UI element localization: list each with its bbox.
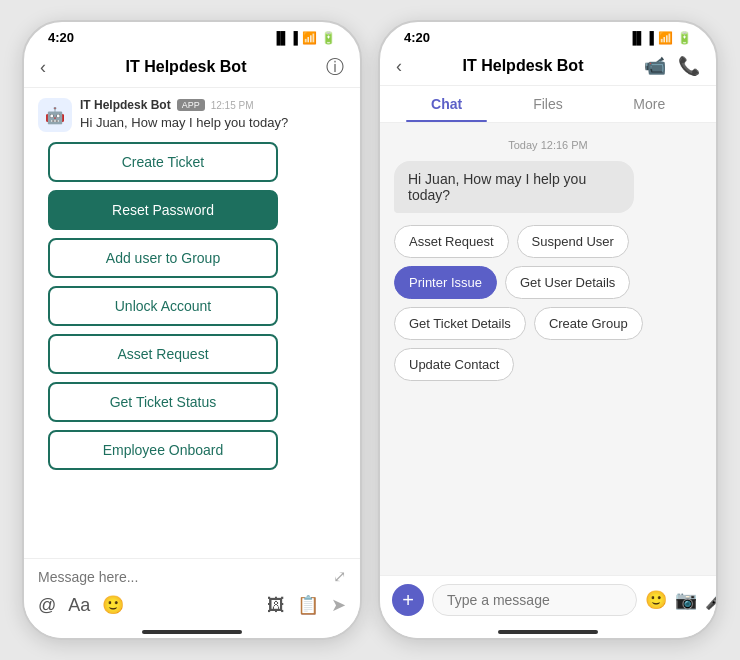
create-group-qr[interactable]: Create Group [534,307,643,340]
right-battery-icon: 🔋 [677,31,692,45]
right-timestamp: Today 12:16 PM [394,139,702,151]
video-call-icon[interactable]: 📹 [644,55,666,77]
asset-request-button[interactable]: Asset Request [48,334,278,374]
clipboard-icon[interactable]: 📋 [297,594,319,616]
right-phone: 4:20 ▐▌▐ 📶 🔋 ‹ IT Helpdesk Bot 📹 📞 Chat … [378,20,718,640]
bot-avatar: 🤖 [38,98,72,132]
right-emoji-icon[interactable]: 🙂 [645,589,667,611]
toolbar-row: @ Aa 🙂 🖼 📋 ➤ [38,594,346,616]
left-message-input[interactable] [38,569,327,585]
suspend-user-qr[interactable]: Suspend User [517,225,629,258]
right-status-icons: ▐▌▐ 📶 🔋 [628,31,692,45]
printer-issue-qr[interactable]: Printer Issue [394,266,497,299]
right-wifi-icon: 📶 [658,31,673,45]
get-ticket-status-button[interactable]: Get Ticket Status [48,382,278,422]
qr-row-2: Printer Issue Get User Details [394,266,702,299]
left-phone: 4:20 ▐▌▐ 📶 🔋 ‹ IT Helpdesk Bot ⓘ 🤖 IT He… [22,20,362,640]
unlock-account-button[interactable]: Unlock Account [48,286,278,326]
right-back-button[interactable]: ‹ [396,56,402,77]
input-field-row: ⤢ [38,567,346,586]
quick-replies-grid: Asset Request Suspend User Printer Issue… [394,225,702,381]
left-input-bar: ⤢ @ Aa 🙂 🖼 📋 ➤ [24,558,360,624]
tab-files[interactable]: Files [497,86,598,122]
tab-chat[interactable]: Chat [396,86,497,122]
right-camera-icon[interactable]: 📷 [675,589,697,611]
signal-icon: ▐▌▐ [272,31,298,45]
update-contact-qr[interactable]: Update Contact [394,348,514,381]
right-time: 4:20 [404,30,430,45]
plus-button[interactable]: + [392,584,424,616]
bot-name: IT Helpdesk Bot [80,98,171,112]
left-home-indicator [24,624,360,638]
left-header-title: IT Helpdesk Bot [126,58,247,76]
qr-row-4: Update Contact [394,348,702,381]
info-icon[interactable]: ⓘ [326,55,344,79]
bot-name-row: IT Helpdesk Bot APP 12:15 PM [80,98,288,112]
qr-row-3: Get Ticket Details Create Group [394,307,702,340]
emoji-icon[interactable]: 🙂 [102,594,124,616]
right-message-input[interactable] [432,584,637,616]
tab-more[interactable]: More [599,86,700,122]
at-icon[interactable]: @ [38,595,56,616]
left-time: 4:20 [48,30,74,45]
action-button-list: Create Ticket Reset Password Add user to… [38,142,346,470]
asset-request-qr[interactable]: Asset Request [394,225,509,258]
create-ticket-button[interactable]: Create Ticket [48,142,278,182]
tabs-bar: Chat Files More [380,86,716,123]
right-signal-icon: ▐▌▐ [628,31,654,45]
header-right-icons: 📹 📞 [644,55,700,77]
left-back-button[interactable]: ‹ [40,57,46,78]
left-chat-area: 🤖 IT Helpdesk Bot APP 12:15 PM Hi Juan, … [24,88,360,558]
right-header-title: IT Helpdesk Bot [463,57,584,75]
bot-greeting: Hi Juan, How may I help you today? [80,115,288,130]
right-header: ‹ IT Helpdesk Bot 📹 📞 [380,49,716,86]
image-icon[interactable]: 🖼 [267,595,285,616]
right-toolbar-icons: 🙂 📷 🎤 [645,589,718,611]
battery-icon: 🔋 [321,31,336,45]
right-home-bar [498,630,598,634]
right-status-bar: 4:20 ▐▌▐ 📶 🔋 [380,22,716,49]
add-user-to-group-button[interactable]: Add user to Group [48,238,278,278]
phone-call-icon[interactable]: 📞 [678,55,700,77]
toolbar-icons-right: 🖼 📋 ➤ [267,594,346,616]
right-input-bar: + 🙂 📷 🎤 [380,575,716,624]
employee-onboard-button[interactable]: Employee Onboard [48,430,278,470]
right-mic-icon[interactable]: 🎤 [705,589,718,611]
wifi-icon: 📶 [302,31,317,45]
send-icon[interactable]: ➤ [331,594,346,616]
right-chat-area: Today 12:16 PM Hi Juan, How may I help y… [380,123,716,575]
left-header: ‹ IT Helpdesk Bot ⓘ [24,49,360,88]
left-status-icons: ▐▌▐ 📶 🔋 [272,31,336,45]
app-badge: APP [177,99,205,111]
font-icon[interactable]: Aa [68,595,90,616]
right-bot-greeting: Hi Juan, How may I help you today? [394,161,634,213]
right-home-indicator [380,624,716,638]
qr-row-1: Asset Request Suspend User [394,225,702,258]
toolbar-icons-left: @ Aa 🙂 [38,594,124,616]
reset-password-button[interactable]: Reset Password [48,190,278,230]
home-bar [142,630,242,634]
get-user-details-qr[interactable]: Get User Details [505,266,630,299]
expand-icon[interactable]: ⤢ [333,567,346,586]
get-ticket-details-qr[interactable]: Get Ticket Details [394,307,526,340]
msg-time: 12:15 PM [211,100,254,111]
left-status-bar: 4:20 ▐▌▐ 📶 🔋 [24,22,360,49]
bot-message-row: 🤖 IT Helpdesk Bot APP 12:15 PM Hi Juan, … [38,98,346,132]
bot-message-content: IT Helpdesk Bot APP 12:15 PM Hi Juan, Ho… [80,98,288,130]
